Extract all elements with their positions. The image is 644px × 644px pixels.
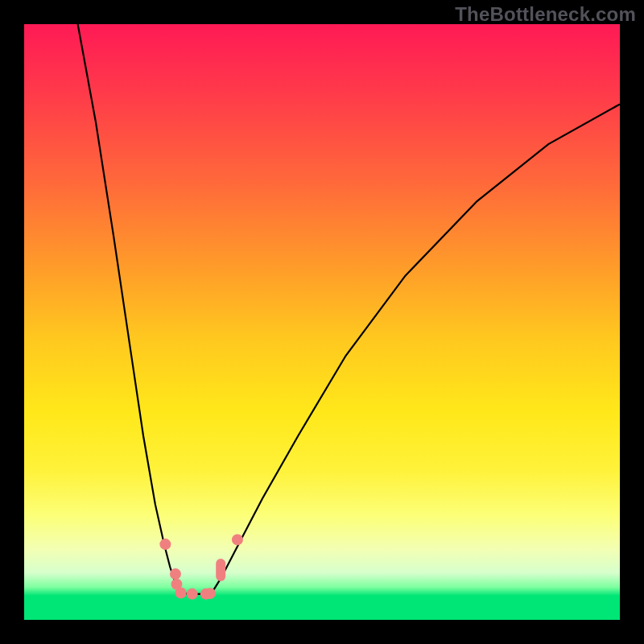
- data-markers: [159, 534, 243, 599]
- plot-area: [24, 24, 620, 620]
- data-marker: [159, 539, 171, 550]
- curve-path: [78, 24, 620, 594]
- attribution-label: TheBottleneck.com: [455, 3, 636, 26]
- data-marker: [204, 588, 216, 599]
- chart-frame: TheBottleneck.com: [0, 0, 644, 644]
- data-marker: [232, 534, 243, 545]
- data-marker: [175, 587, 187, 598]
- data-marker: [187, 588, 198, 600]
- data-marker: [170, 568, 181, 580]
- data-marker: [216, 559, 225, 581]
- bottleneck-curve: [24, 24, 620, 620]
